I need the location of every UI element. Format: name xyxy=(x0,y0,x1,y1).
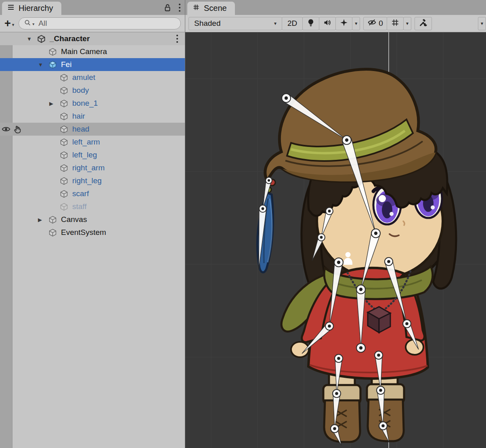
foldout-expanded-icon[interactable]: ▼ xyxy=(27,36,37,42)
scene-effects-dropdown[interactable]: ▾ xyxy=(352,17,360,30)
sparkle-fx-icon xyxy=(339,18,348,29)
item-label: Fei xyxy=(61,60,71,69)
bone-joint[interactable] xyxy=(375,351,383,359)
unlock-icon[interactable] xyxy=(163,3,172,14)
hierarchy-item-right-arm[interactable]: right_arm xyxy=(0,161,185,174)
bone-joint[interactable] xyxy=(282,94,291,103)
bone-joint[interactable] xyxy=(333,389,341,398)
scene-panel: Scene Shaded ▾ 2D xyxy=(185,0,486,448)
search-icon xyxy=(24,19,31,28)
grid-visibility-button[interactable] xyxy=(387,17,404,30)
cube-icon xyxy=(60,164,71,172)
hierarchy-toolbar: + ▾ ▾ All xyxy=(0,15,185,32)
tab-label: Scene xyxy=(204,4,227,13)
bone-joint[interactable] xyxy=(331,425,339,433)
chevron-down-icon: ▾ xyxy=(481,21,483,26)
hierarchy-item--character[interactable]: ▼_Character xyxy=(0,32,185,45)
scene-lighting-button[interactable] xyxy=(302,17,319,30)
bone-joint[interactable] xyxy=(259,205,266,212)
item-label: bone_1 xyxy=(72,99,98,108)
chevron-down-icon: ▾ xyxy=(274,21,277,26)
bone-joint[interactable] xyxy=(325,322,333,330)
item-label: left_arm xyxy=(72,138,100,147)
window-kebab-icon[interactable] xyxy=(178,3,181,14)
hierarchy-item-staff[interactable]: staff xyxy=(0,200,185,213)
item-label: EventSystem xyxy=(61,228,106,237)
hierarchy-item-main-camera[interactable]: Main Camera xyxy=(0,45,185,58)
bone-joint[interactable] xyxy=(403,320,411,328)
toolbar-overflow-dropdown[interactable]: ▾ xyxy=(478,17,486,30)
item-label: right_leg xyxy=(72,176,102,185)
shading-mode-dropdown[interactable]: Shaded ▾ xyxy=(189,17,282,30)
hierarchy-item-body[interactable]: body xyxy=(0,84,185,97)
editor-tools-button[interactable] xyxy=(415,17,432,30)
hierarchy-item-amulet[interactable]: amulet xyxy=(0,71,185,84)
toggle-2d-button[interactable]: 2D xyxy=(282,17,303,30)
bone-joint[interactable] xyxy=(356,285,365,294)
cube-icon xyxy=(48,216,59,224)
bone-joint[interactable] xyxy=(266,177,272,184)
hierarchy-item-right-leg[interactable]: right_leg xyxy=(0,174,185,187)
item-label: right_arm xyxy=(72,163,105,172)
scene-tabbar: Scene xyxy=(185,0,486,15)
bone-joint[interactable] xyxy=(318,234,325,241)
search-input[interactable]: ▾ All xyxy=(19,17,181,29)
character-sprite xyxy=(257,69,456,442)
search-text: All xyxy=(38,19,47,28)
eye-off-icon xyxy=(367,18,377,29)
scene-toolbar: Shaded ▾ 2D ▾ xyxy=(185,15,486,32)
wizard-hat xyxy=(265,69,436,193)
bone-joint[interactable] xyxy=(326,207,333,215)
hierarchy-tab-actions xyxy=(163,3,181,14)
pickability-hand-icon[interactable] xyxy=(13,125,23,134)
hierarchy-item-eventsystem[interactable]: EventSystem xyxy=(0,226,185,239)
cube-icon xyxy=(48,48,59,56)
plus-icon: + xyxy=(4,18,11,29)
hierarchy-item-left-arm[interactable]: left_arm xyxy=(0,136,185,149)
foldout-expanded-icon[interactable]: ▼ xyxy=(38,62,48,68)
cube-icon xyxy=(60,203,71,211)
chevron-down-icon: ▾ xyxy=(12,22,15,27)
visibility-eye-icon[interactable] xyxy=(1,125,11,134)
hierarchy-item-canvas[interactable]: ▶Canvas xyxy=(0,213,185,226)
hierarchy-list-icon xyxy=(7,3,15,13)
tab-scene[interactable]: Scene xyxy=(187,2,235,15)
bone-joint[interactable] xyxy=(342,136,351,144)
hierarchy-item-hair[interactable]: hair xyxy=(0,110,185,123)
cube-icon xyxy=(60,86,71,95)
bone-joint[interactable] xyxy=(334,258,343,267)
hierarchy-item-scarf[interactable]: scarf xyxy=(0,187,185,200)
bone-joint[interactable] xyxy=(335,354,343,362)
scene-visibility-button[interactable]: 0 xyxy=(363,17,387,30)
hierarchy-item-head[interactable]: head xyxy=(0,123,185,136)
hierarchy-item-left-leg[interactable]: left_leg xyxy=(0,149,185,161)
bone-joint[interactable] xyxy=(371,229,380,238)
hierarchy-item-bone-1[interactable]: ▶bone_1 xyxy=(0,97,185,110)
item-label: left_leg xyxy=(72,151,97,159)
hierarchy-tree: ▼_CharacterMain Camera▼Feiamuletbody▶bon… xyxy=(0,32,185,448)
cube-icon xyxy=(60,99,71,108)
bone-joint[interactable] xyxy=(379,422,387,430)
speaker-icon xyxy=(323,18,332,29)
bone-joint[interactable] xyxy=(377,386,385,394)
create-object-button[interactable]: + ▾ xyxy=(3,18,15,29)
cube-icon xyxy=(48,228,59,237)
item-options-kebab-icon[interactable] xyxy=(176,34,178,46)
scene-effects-button[interactable] xyxy=(335,17,352,30)
cube-icon xyxy=(60,138,71,147)
grid-icon xyxy=(391,18,400,29)
hierarchy-item-fei[interactable]: ▼Fei xyxy=(0,58,185,71)
scene-audio-button[interactable] xyxy=(319,17,336,30)
bone-joint[interactable] xyxy=(385,257,393,266)
foldout-collapsed-icon[interactable]: ▶ xyxy=(38,217,48,223)
bone-joint[interactable] xyxy=(356,343,365,352)
scene-viewport[interactable] xyxy=(185,32,486,448)
item-label: scarf xyxy=(72,189,89,198)
cube-icon xyxy=(60,125,71,134)
grid-settings-dropdown[interactable]: ▾ xyxy=(403,17,411,30)
cube-icon xyxy=(60,112,71,121)
tab-hierarchy[interactable]: Hierarchy xyxy=(2,2,61,15)
foldout-collapsed-icon[interactable]: ▶ xyxy=(49,100,60,107)
shading-mode-label: Shaded xyxy=(194,19,221,28)
item-label: Main Camera xyxy=(61,47,107,56)
